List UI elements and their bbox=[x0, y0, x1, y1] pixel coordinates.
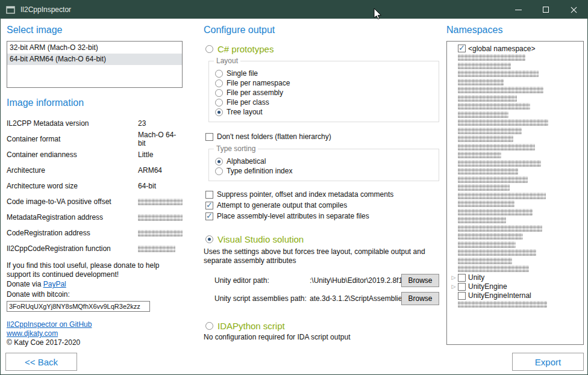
namespace-item bbox=[449, 62, 583, 70]
export-button[interactable]: Export bbox=[512, 353, 584, 371]
namespace-checkbox[interactable] bbox=[458, 283, 466, 291]
expander-icon[interactable] bbox=[449, 283, 458, 291]
type-sorting-group-label: Type sorting bbox=[214, 144, 258, 153]
unity-editor-path-value[interactable]: :\Unity\Hub\Editor\2019.2.8f1 bbox=[310, 276, 401, 285]
namespace-item[interactable]: UnityEngineInternal bbox=[449, 291, 583, 300]
visual-studio-row: Visual Studio solution bbox=[205, 233, 439, 245]
idapython-radio[interactable] bbox=[205, 322, 213, 330]
namespace-item bbox=[449, 143, 583, 152]
info-row: Code image-to-VA positive offset bbox=[7, 194, 183, 209]
namespace-label: <global namespace> bbox=[468, 45, 535, 53]
namespace-redacted bbox=[458, 184, 510, 191]
unity-script-path-value[interactable]: ate.3d-3.1.2\ScriptAssemblies bbox=[310, 294, 401, 303]
option-label: Type definition index bbox=[227, 167, 292, 175]
namespace-item[interactable]: Unity bbox=[449, 273, 583, 282]
sorting-options: AlphabeticalType definition index bbox=[215, 157, 434, 176]
flatten-checkbox[interactable] bbox=[205, 133, 213, 141]
radio-icon[interactable] bbox=[215, 108, 223, 116]
unity-script-browse-button[interactable]: Browse bbox=[401, 292, 439, 305]
namespace-item bbox=[449, 119, 583, 127]
option-label: Place assembly-level attributes in separ… bbox=[217, 212, 369, 220]
namespace-redacted bbox=[458, 135, 513, 142]
namespace-item bbox=[449, 232, 583, 241]
namespace-label: UnityEngine bbox=[468, 282, 507, 291]
configure-output-heading: Configure output bbox=[204, 25, 439, 36]
radio-icon[interactable] bbox=[215, 89, 223, 97]
option-label: Suppress pointer, offset and index metad… bbox=[217, 190, 393, 199]
bitcoin-address-input[interactable] bbox=[7, 301, 150, 312]
namespace-item bbox=[449, 265, 583, 273]
radio-icon[interactable] bbox=[215, 70, 223, 78]
info-row-label: Architecture bbox=[7, 166, 138, 175]
info-row: Architecture word size64-bit bbox=[7, 178, 183, 194]
unity-editor-browse-button[interactable]: Browse bbox=[401, 274, 439, 287]
copyright: © Katy Coe 2017-2020 bbox=[7, 338, 183, 347]
window-controls bbox=[504, 1, 587, 19]
donate-via-line: Donate via PayPal bbox=[7, 279, 183, 290]
image-list-item[interactable]: 32-bit ARM (Mach-O 32-bit) bbox=[7, 42, 182, 54]
namespace-redacted bbox=[458, 233, 523, 240]
image-list-item[interactable]: 64-bit ARM64 (Mach-O 64-bit) bbox=[7, 54, 182, 65]
namespace-redacted bbox=[458, 103, 530, 110]
app-icon bbox=[6, 5, 16, 14]
info-row-label: Il2CppCodeRegistration function bbox=[7, 244, 138, 253]
namespace-redacted bbox=[458, 54, 525, 61]
namespace-checkbox[interactable] bbox=[458, 45, 466, 52]
paypal-link[interactable]: PayPal bbox=[43, 280, 66, 288]
namespace-item bbox=[449, 225, 583, 233]
back-button[interactable]: << Back bbox=[5, 353, 77, 371]
checkbox-icon[interactable] bbox=[205, 212, 213, 220]
image-info-table: IL2CPP Metadata version23Container forma… bbox=[7, 116, 183, 256]
namespace-item bbox=[449, 300, 583, 309]
namespace-checkbox[interactable] bbox=[458, 292, 466, 300]
csharp-prototypes-row: C# prototypes bbox=[205, 43, 439, 55]
csharp-prototypes-radio[interactable] bbox=[205, 45, 213, 53]
output-checkboxes: Suppress pointer, offset and index metad… bbox=[204, 190, 439, 221]
minimize-button[interactable] bbox=[504, 1, 532, 19]
namespace-redacted bbox=[458, 119, 548, 126]
checkbox-icon[interactable] bbox=[205, 202, 213, 209]
visual-studio-radio[interactable] bbox=[205, 235, 213, 243]
visual-studio-description: Uses the settings above but forces tree … bbox=[204, 247, 434, 265]
expander-icon[interactable] bbox=[449, 274, 458, 282]
image-listbox[interactable]: 32-bit ARM (Mach-O 32-bit)64-bit ARM64 (… bbox=[7, 41, 183, 88]
close-icon bbox=[570, 6, 578, 14]
checkbox-icon[interactable] bbox=[205, 191, 213, 199]
option-label: File per class bbox=[227, 98, 269, 107]
info-row: Il2CppCodeRegistration function bbox=[7, 241, 183, 256]
namespace-item bbox=[449, 167, 583, 176]
info-row-label: Architecture word size bbox=[7, 182, 138, 190]
check-option-row: Place assembly-level attributes in separ… bbox=[205, 211, 439, 221]
radio-option-row: File per namespace bbox=[215, 78, 434, 88]
namespaces-list[interactable]: <global namespace>UnityUnityEngineUnityE… bbox=[446, 41, 584, 345]
namespace-item bbox=[449, 249, 583, 257]
donate-via-prefix: Donate via bbox=[7, 280, 43, 288]
namespace-item bbox=[449, 241, 583, 249]
namespace-item[interactable]: <global namespace> bbox=[449, 43, 583, 54]
github-link[interactable]: Il2CppInspector on GitHub bbox=[7, 320, 183, 329]
info-row: Container formatMach-O 64-bit bbox=[7, 131, 183, 147]
minimize-icon bbox=[515, 10, 522, 10]
maximize-button[interactable] bbox=[532, 1, 560, 19]
close-button[interactable] bbox=[560, 1, 587, 19]
namespace-item bbox=[449, 200, 583, 208]
visual-studio-label: Visual Studio solution bbox=[217, 234, 304, 244]
radio-option-row: File per class bbox=[215, 98, 434, 107]
layout-options: Single fileFile per namespaceFile per as… bbox=[215, 69, 434, 117]
website-link[interactable]: www.djkaty.com bbox=[7, 329, 183, 338]
namespace-item bbox=[449, 192, 583, 200]
namespace-item bbox=[449, 151, 583, 160]
namespace-item bbox=[449, 208, 583, 217]
radio-icon[interactable] bbox=[215, 99, 223, 107]
radio-icon[interactable] bbox=[215, 167, 223, 175]
radio-icon[interactable] bbox=[215, 158, 223, 166]
namespace-item bbox=[449, 257, 583, 265]
namespace-item[interactable]: UnityEngine bbox=[449, 282, 583, 291]
window-title: Il2CppInspector bbox=[20, 5, 71, 14]
unity-editor-path-label: Unity editor path: bbox=[214, 276, 310, 285]
namespace-redacted bbox=[458, 265, 529, 272]
namespace-redacted bbox=[458, 152, 501, 158]
namespace-checkbox[interactable] bbox=[458, 274, 466, 282]
radio-icon[interactable] bbox=[215, 79, 223, 87]
namespace-item bbox=[449, 184, 583, 192]
